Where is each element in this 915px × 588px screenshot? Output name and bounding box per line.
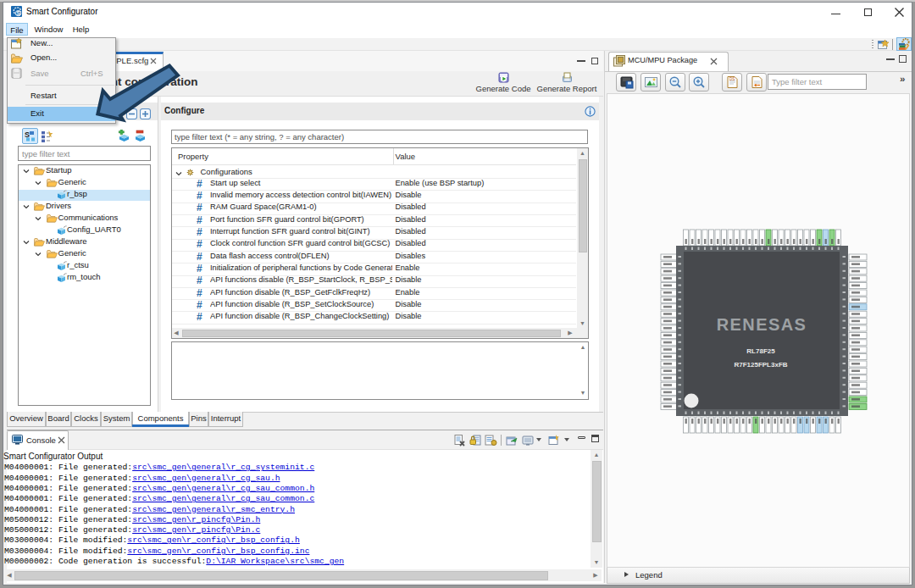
svg-text:RENESAS: RENESAS [717,315,807,334]
svg-text:DS: DS [729,77,735,81]
svg-text:R7F125FPL3xFB: R7F125FPL3xFB [734,361,787,369]
svg-text:S: S [16,10,20,16]
svg-text:RL78F25: RL78F25 [746,347,775,355]
